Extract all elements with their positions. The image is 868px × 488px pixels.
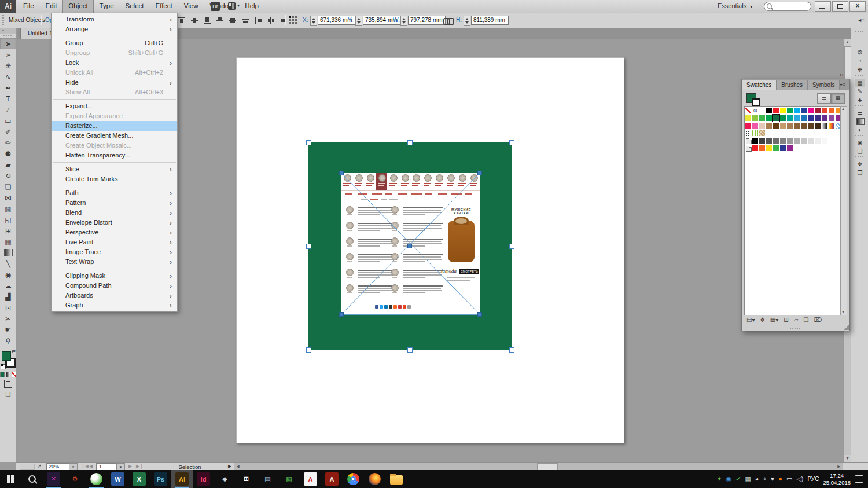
menu-view[interactable]: View: [178, 0, 204, 13]
menu-item-live-paint[interactable]: Live Paint: [52, 237, 177, 247]
menu-object[interactable]: Object: [62, 0, 93, 13]
swatch[interactable]: [814, 115, 821, 122]
panel-icon-layers[interactable]: ❖: [855, 160, 865, 168]
tray-check-icon[interactable]: ✔: [735, 476, 741, 482]
app-logo[interactable]: Ai: [0, 0, 16, 13]
tool-paintbrush[interactable]: ✐: [0, 126, 16, 137]
swatch[interactable]: [793, 115, 800, 122]
swap-fill-stroke-icon[interactable]: ⇄: [12, 348, 16, 354]
panel-grip[interactable]: [2, 15, 4, 25]
taskbar-start[interactable]: [0, 470, 21, 488]
swatch[interactable]: [759, 137, 766, 144]
swatch[interactable]: [745, 130, 752, 137]
swatch[interactable]: [828, 107, 835, 114]
last-artboard-button[interactable]: ▶❘: [136, 464, 144, 469]
delete-swatch-icon[interactable]: ⌦: [814, 316, 822, 324]
site-cta-button[interactable]: СМОТРЕТЬ: [459, 269, 479, 274]
menu-item-hide[interactable]: Hide: [52, 78, 177, 87]
none-button[interactable]: [12, 372, 16, 377]
swatch[interactable]: [779, 137, 786, 144]
y-field-label[interactable]: Y:: [348, 17, 353, 23]
taskbar-clock[interactable]: 17:24 25.04.2018: [823, 472, 851, 486]
tool-mesh[interactable]: ▦: [0, 236, 16, 247]
gradient-button[interactable]: [6, 372, 10, 377]
notification-center-icon[interactable]: [855, 475, 863, 483]
swatch[interactable]: [814, 137, 821, 144]
tool-direct-selection[interactable]: ➢: [0, 49, 16, 60]
swatch[interactable]: [766, 107, 773, 114]
tool-shape-builder[interactable]: ◱: [0, 214, 16, 225]
tool-blob-brush[interactable]: ⚈: [0, 148, 16, 159]
show-swatch-kinds-icon[interactable]: ▦▾: [770, 316, 778, 324]
menu-select[interactable]: Select: [120, 0, 150, 13]
color-button[interactable]: [0, 372, 5, 377]
tool-type[interactable]: T: [0, 93, 16, 104]
tool-eyedropper[interactable]: ╲: [0, 258, 16, 269]
x-field-label[interactable]: X:: [303, 17, 308, 23]
x-field-spinner[interactable]: [310, 16, 317, 26]
swatch[interactable]: [814, 122, 821, 129]
tool-artboard[interactable]: ⊡: [0, 302, 16, 313]
menu-item-create-object-mosaic[interactable]: Create Object Mosaic...: [52, 141, 177, 151]
tray-volume-icon[interactable]: ◁): [796, 476, 803, 482]
taskbar-illustrator[interactable]: Ai: [171, 470, 193, 488]
swatch[interactable]: [759, 145, 766, 152]
fill-swatch[interactable]: [2, 351, 11, 361]
tool-slice[interactable]: ✂: [0, 313, 16, 324]
tool-free-transform[interactable]: ▧: [0, 203, 16, 214]
minimize-button[interactable]: [815, 1, 831, 12]
swatch[interactable]: [745, 107, 752, 114]
swatch-scrollbar[interactable]: [840, 106, 847, 315]
panel-icon-appearance[interactable]: ◉: [855, 139, 865, 146]
menu-item-flatten-transparency[interactable]: Flatten Transparency...: [52, 151, 177, 160]
tab-brushes[interactable]: Brushes: [777, 80, 808, 90]
y-field-spinner[interactable]: [355, 16, 362, 26]
taskbar-acrobat-reader[interactable]: A: [300, 470, 321, 488]
swatch[interactable]: [800, 115, 807, 122]
tool-rotate[interactable]: ↻: [0, 170, 16, 181]
menu-item-expand[interactable]: Expand...: [52, 101, 177, 111]
swatch[interactable]: [759, 115, 766, 122]
tray-orange-app-icon[interactable]: ●: [778, 476, 782, 482]
tool-hand[interactable]: ☛: [0, 324, 16, 335]
tool-magic-wand[interactable]: ✳: [0, 60, 16, 71]
tool-lasso[interactable]: ∿: [0, 71, 16, 82]
menu-item-blend[interactable]: Blend: [52, 208, 177, 218]
menu-type[interactable]: Type: [94, 0, 120, 13]
tray-heart-icon[interactable]: ♥: [771, 476, 775, 482]
tab-symbols[interactable]: Symbols: [808, 80, 840, 90]
tool-line-segment[interactable]: ∕: [0, 104, 16, 115]
menu-item-artboards[interactable]: Artboards: [52, 291, 177, 300]
menu-item-slice[interactable]: Slice: [52, 164, 177, 174]
panel-icon-artboards[interactable]: ❐: [855, 169, 865, 177]
swatch[interactable]: [800, 107, 807, 114]
taskbar-gear-app[interactable]: ⚙: [64, 470, 86, 488]
tool-gradient[interactable]: [0, 247, 16, 258]
panel-icon-color[interactable]: ❂: [855, 49, 865, 56]
tool-scale[interactable]: ❏: [0, 181, 16, 192]
panel-tab-icons[interactable]: [840, 70, 849, 90]
tool-column-graph[interactable]: ▟: [0, 291, 16, 302]
menu-item-text-wrap[interactable]: Text Wrap: [52, 257, 177, 267]
language-indicator[interactable]: РУС: [807, 476, 819, 482]
w-field-spinner[interactable]: [400, 16, 407, 26]
tray-grid-icon[interactable]: ▦: [745, 476, 751, 482]
selection-handle[interactable]: [306, 140, 311, 145]
swatch[interactable]: [779, 115, 786, 122]
scroll-right-arrow[interactable]: ▶: [836, 463, 843, 470]
menu-item-image-trace[interactable]: Image Trace: [52, 247, 177, 257]
swatch[interactable]: [814, 107, 821, 114]
h-field-spinner[interactable]: [464, 16, 470, 26]
distribute-left-icon[interactable]: [253, 16, 263, 25]
swatch-options-icon[interactable]: ⊞: [784, 316, 788, 324]
panel-icon-swatches[interactable]: ▦: [855, 79, 865, 87]
taskbar-notepad[interactable]: ▤: [257, 470, 278, 488]
swatch[interactable]: [828, 137, 835, 144]
selection-handle[interactable]: [509, 347, 514, 353]
swatch[interactable]: [786, 115, 793, 122]
menu-item-transform[interactable]: Transform: [52, 14, 177, 24]
tool-selection[interactable]: ➤: [0, 38, 16, 49]
menu-item-create-trim-marks[interactable]: Create Trim Marks: [52, 174, 177, 184]
swatch[interactable]: [773, 122, 779, 129]
swatch[interactable]: [807, 122, 814, 129]
